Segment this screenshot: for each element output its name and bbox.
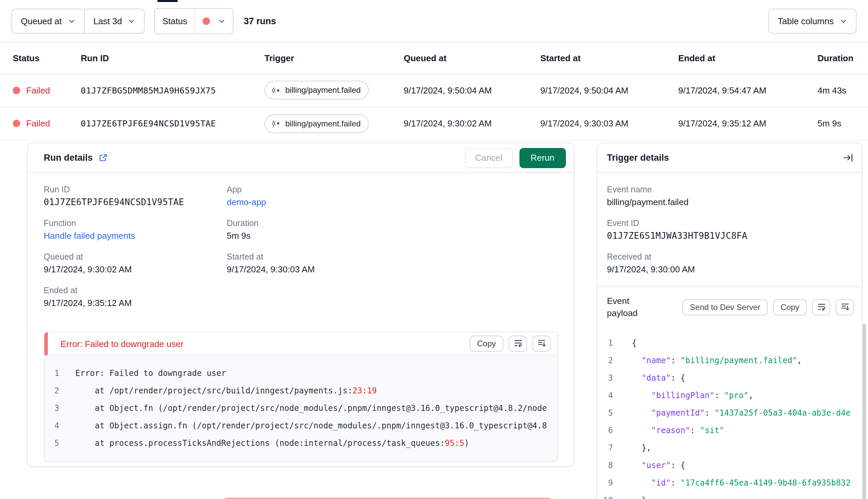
trigger-event-name: billing/payment.failed — [285, 119, 361, 129]
code-line: 1Error: Failed to downgrade user — [45, 365, 557, 382]
code-line: 3 at Object.fn (/opt/render/project/src/… — [45, 400, 557, 417]
field-label: Duration — [227, 219, 558, 228]
runs-table-header: Status Run ID Trigger Queued at Started … — [0, 42, 868, 74]
rerun-button[interactable]: Rerun — [519, 148, 566, 168]
collapse-panel-icon[interactable] — [843, 153, 853, 163]
field-label: Function — [44, 219, 227, 228]
time-range-filter-button[interactable]: Last 3d — [84, 9, 145, 33]
time-range-filter-label: Last 3d — [93, 16, 122, 26]
field-value-ended-at: 9/17/2024, 9:35:12 AM — [44, 298, 227, 308]
lines-arrow-down-icon — [537, 338, 546, 349]
code-line: 7 }, — [600, 439, 862, 457]
code-line: 8 "user": { — [600, 457, 862, 474]
queued-at-filter-button[interactable]: Queued at — [11, 9, 84, 33]
column-header-ended-at: Ended at — [678, 53, 818, 63]
field-function: Function Handle failed payments — [44, 219, 227, 241]
run-timeline-bar[interactable] — [221, 498, 554, 499]
runs-count: 37 runs — [244, 16, 276, 26]
chevron-down-icon — [128, 17, 136, 25]
queued-at-cell: 9/17/2024, 9:30:02 AM — [404, 119, 540, 129]
trigger-details-title: Trigger details — [607, 153, 669, 163]
failed-status-dot-icon — [13, 87, 20, 94]
trigger-details-card: Trigger details Event name billing/payme… — [597, 143, 863, 499]
scroll-to-bottom-button[interactable] — [532, 336, 551, 352]
trigger-cell: billing/payment.failed — [264, 114, 404, 133]
field-label: Event ID — [607, 219, 853, 228]
table-row[interactable]: Failed 01J7ZFBG5DMM85MJA9H659JX75 billin… — [0, 74, 868, 107]
run-status-cell: Failed — [13, 85, 81, 96]
code-line: 10 } — [600, 491, 862, 499]
copy-button[interactable]: Copy — [773, 299, 807, 315]
scroll-to-bottom-button[interactable] — [836, 299, 854, 315]
field-value-duration: 5m 9s — [227, 231, 558, 241]
wrap-text-button[interactable] — [812, 299, 830, 315]
wrap-text-icon — [817, 302, 826, 313]
field-label: Received at — [607, 252, 853, 261]
trigger-event-pill[interactable]: billing/payment.failed — [264, 114, 369, 133]
chevron-down-icon — [218, 17, 226, 25]
app-link[interactable]: demo-app — [227, 197, 266, 207]
run-timeline-row: Run — [27, 498, 575, 499]
status-filter-label: Status — [155, 9, 195, 33]
run-details-header: Run details Cancel Rerun — [27, 143, 574, 173]
column-header-status: Status — [13, 53, 81, 63]
duration-cell: 5m 9s — [818, 119, 855, 129]
event-icon — [273, 119, 281, 128]
error-panel-header: Error: Failed to downgrade user Copy — [45, 332, 557, 355]
run-fields: Run ID 01J7ZE6TPJF6E94NCSD1V95TAE App de… — [44, 185, 558, 319]
trigger-event-name: billing/payment.failed — [285, 86, 361, 95]
wrap-text-button[interactable] — [509, 336, 527, 352]
run-actions: Cancel Rerun — [465, 148, 566, 168]
failed-status-dot-icon — [203, 17, 210, 25]
trigger-cell: billing/payment.failed — [264, 81, 404, 100]
started-at-cell: 9/17/2024, 9:30:03 AM — [540, 119, 678, 129]
chevron-down-icon — [840, 17, 847, 25]
field-received-at: Received at 9/17/2024, 9:30:00 AM — [607, 252, 853, 275]
run-id-cell: 01J7ZFBG5DMM85MJA9H659JX75 — [81, 85, 264, 96]
column-header-started-at: Started at — [540, 53, 678, 63]
field-label: Run ID — [44, 185, 227, 194]
code-line: 5 at process.processTicksAndRejections (… — [45, 435, 557, 452]
column-header-run-id: Run ID — [81, 53, 264, 63]
payload-actions: Send to Dev Server Copy — [683, 299, 854, 315]
field-app: App demo-app — [227, 185, 558, 207]
run-id-cell: 01J7ZE6TPJF6E94NCSD1V95TAE — [81, 119, 264, 129]
external-link-icon[interactable] — [99, 153, 108, 162]
code-line: 4 at Object.assign.fn (/opt/render/proje… — [45, 417, 557, 435]
chevron-down-icon — [68, 17, 75, 25]
scrollbar-thumb[interactable] — [863, 324, 866, 499]
function-link[interactable]: Handle failed payments — [44, 231, 135, 241]
payload-code: 1{2 "name": "billing/payment.failed",3 "… — [598, 328, 862, 499]
status-filter-button[interactable]: Status — [154, 8, 234, 34]
queued-at-filter-label: Queued at — [21, 16, 62, 26]
wrap-text-icon — [513, 338, 522, 349]
trigger-event-pill[interactable]: billing/payment.failed — [264, 81, 369, 100]
tab-indicator-fragment — [157, 0, 178, 2]
run-status-label: Failed — [26, 85, 50, 96]
field-value-run-id: 01J7ZE6TPJF6E94NCSD1V95TAE — [44, 197, 227, 207]
field-value-event-id: 01J7ZE6S1MJWA33HT9B1VJC8FA — [607, 231, 853, 241]
event-payload-title: Event payload — [607, 295, 649, 319]
table-columns-button[interactable]: Table columns — [769, 9, 857, 33]
send-to-dev-server-button[interactable]: Send to Dev Server — [683, 299, 768, 315]
copy-button[interactable]: Copy — [470, 336, 503, 352]
started-at-cell: 9/17/2024, 9:50:04 AM — [540, 85, 678, 96]
runs-table-body: Failed 01J7ZFBG5DMM85MJA9H659JX75 billin… — [0, 74, 868, 141]
field-run-id: Run ID 01J7ZE6TPJF6E94NCSD1V95TAE — [44, 185, 227, 207]
field-value-event-name: billing/payment.failed — [607, 197, 853, 207]
code-line: 2 at /opt/render/project/src/build/innge… — [45, 382, 557, 400]
queued-at-cell: 9/17/2024, 9:50:04 AM — [404, 85, 540, 96]
run-status-cell: Failed — [13, 119, 81, 129]
field-value-queued-at: 9/17/2024, 9:30:02 AM — [44, 264, 227, 275]
trigger-details-header: Trigger details — [598, 143, 862, 173]
event-payload-header: Event payload Send to Dev Server Copy — [598, 287, 862, 328]
field-duration: Duration 5m 9s — [227, 219, 558, 241]
error-title: Error: Failed to downgrade user — [61, 339, 184, 349]
field-value-started-at: 9/17/2024, 9:30:03 AM — [227, 264, 558, 275]
app-root: Queued at Last 3d Status 37 runs — [0, 0, 868, 499]
code-line: 6 "reason": "sit" — [600, 422, 862, 439]
table-row[interactable]: Failed 01J7ZE6TPJF6E94NCSD1V95TAE billin… — [0, 107, 868, 141]
cancel-button[interactable]: Cancel — [465, 148, 513, 168]
code-line: 9 "id": "17ca4ff6-45ea-4149-9b48-6fa935b… — [600, 474, 862, 491]
column-header-trigger: Trigger — [264, 53, 404, 63]
